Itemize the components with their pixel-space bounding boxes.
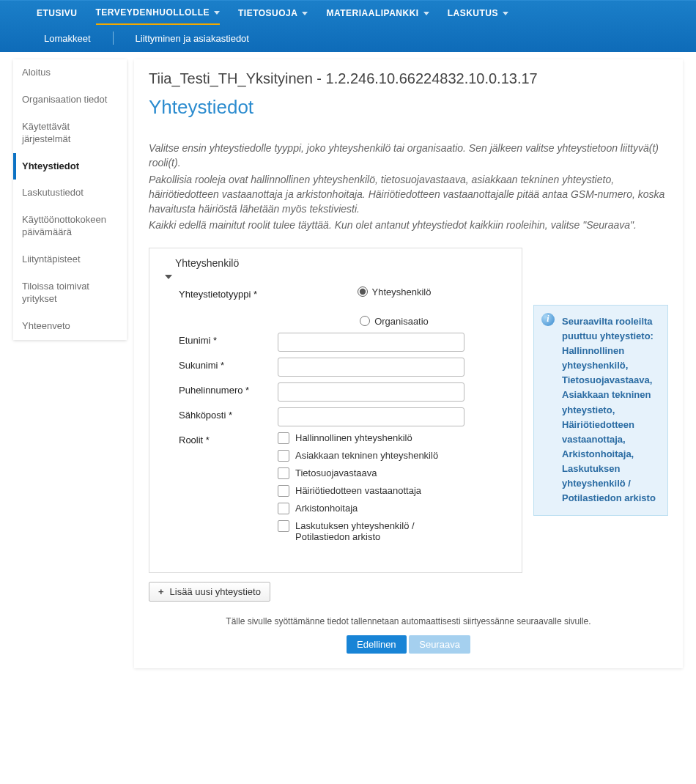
button-row: Edellinen Seuraava: [149, 635, 668, 654]
nav-laskutus[interactable]: LASKUTUS: [448, 2, 508, 24]
nav-terveydenhuollolle-label: TERVEYDENHUOLLOLLE: [96, 7, 210, 18]
role-tietosuoja-label: Tietosuojavastaava: [295, 467, 377, 478]
form-columns: Yhteyshenkilö Yhteystietotyyppi * Yhteys…: [149, 248, 668, 573]
info-text: Seuraavilta rooleilta puuttuu yhteystiet…: [562, 316, 656, 504]
label-type: Yhteystietotyyppi *: [179, 286, 278, 300]
main-content: Tiia_Testi_TH_Yksityinen - 1.2.246.10.66…: [134, 59, 683, 668]
nav-tietosuoja[interactable]: TIETOSUOJA: [238, 2, 308, 24]
phone-input[interactable]: [278, 382, 464, 402]
row-lastname: Sukunimi *: [160, 358, 511, 377]
subnav-lomakkeet[interactable]: Lomakkeet: [44, 33, 91, 44]
lastname-input[interactable]: [278, 358, 464, 377]
checkbox-icon[interactable]: [278, 450, 289, 462]
role-hallinnollinen[interactable]: Hallinnollinen yhteyshenkilö: [278, 432, 464, 444]
add-contact-label: Lisää uusi yhteystieto: [170, 586, 261, 597]
prev-button[interactable]: Edellinen: [347, 635, 407, 654]
sidebar-item-yhteystiedot[interactable]: Yhteystiedot: [13, 153, 127, 180]
email-input[interactable]: [278, 407, 464, 426]
nav-materiaalipankki-label: MATERIAALIPANKKI: [326, 8, 418, 18]
label-firstname: Etunimi *: [179, 333, 278, 346]
sidebar-item-organisaation-tiedot[interactable]: Organisaation tiedot: [13, 86, 127, 114]
card-header: Yhteyshenkilö: [160, 256, 511, 275]
subnav-liittyminen[interactable]: Liittyminen ja asiakastiedot: [136, 33, 249, 44]
checkbox-icon[interactable]: [278, 503, 289, 514]
chevron-down-icon[interactable]: [165, 275, 172, 279]
radio-organisaatio-label: Organisaatio: [374, 316, 429, 327]
breadcrumb: Tiia_Testi_TH_Yksityinen - 1.2.246.10.66…: [149, 70, 668, 87]
intro-p1: Valitse ensin yhteystiedolle tyyppi, jok…: [149, 141, 668, 171]
chevron-down-icon: [423, 12, 429, 15]
sidebar-item-kayttoonottokokeen-paivamaara[interactable]: Käyttöönottokokeen päivämäärä: [13, 207, 127, 246]
firstname-input[interactable]: [278, 333, 464, 352]
plus-icon: +: [158, 586, 164, 597]
type-radio-group: Yhteyshenkilö Organisaatio: [278, 286, 511, 327]
radio-organisaatio[interactable]: Organisaatio: [360, 316, 429, 327]
add-contact-button[interactable]: + Lisää uusi yhteystieto: [149, 582, 270, 602]
sidebar-item-laskutustiedot[interactable]: Laskutustiedot: [13, 180, 127, 207]
chevron-down-icon: [302, 12, 308, 15]
role-laskutus[interactable]: Laskutuksen yhteyshenkilö / Potilastiedo…: [278, 520, 464, 542]
nav-terveydenhuollolle[interactable]: TERVEYDENHUOLLOLLE: [96, 1, 220, 25]
nav-tietosuoja-label: TIETOSUOJA: [238, 8, 297, 18]
radio-yhteyshenkilo-label: Yhteyshenkilö: [372, 286, 432, 297]
contact-card: Yhteyshenkilö Yhteystietotyyppi * Yhteys…: [149, 248, 522, 573]
sidebar-item-liityntapisteet[interactable]: Liityntäpisteet: [13, 246, 127, 273]
role-tekninen-label: Asiakkaan tekninen yhteyshenkilö: [295, 450, 438, 461]
role-hairio[interactable]: Häiriötiedotteen vastaanottaja: [278, 485, 464, 497]
nav-materiaalipankki[interactable]: MATERIAALIPANKKI: [326, 2, 429, 24]
sidebar-item-kaytettavat-jarjestelmat[interactable]: Käytettävät järjestelmät: [13, 114, 127, 153]
next-button[interactable]: Seuraava: [409, 635, 470, 654]
checkbox-icon[interactable]: [278, 467, 289, 479]
checkbox-icon[interactable]: [278, 432, 289, 444]
sidebar: Aloitus Organisaation tiedot Käytettävät…: [13, 59, 127, 340]
checkbox-icon[interactable]: [278, 485, 289, 497]
role-hairio-label: Häiriötiedotteen vastaanottaja: [295, 485, 421, 496]
row-phone: Puhelinnumero *: [160, 382, 511, 402]
role-arkisto[interactable]: Arkistonhoitaja: [278, 503, 464, 514]
radio-yhteyshenkilo-input[interactable]: [358, 286, 368, 297]
intro-text: Valitse ensin yhteystiedolle tyyppi, jok…: [149, 141, 668, 233]
radio-yhteyshenkilo[interactable]: Yhteyshenkilö: [358, 286, 432, 297]
role-laskutus-label: Laskutuksen yhteyshenkilö / Potilastiedo…: [295, 520, 464, 542]
topnav-secondary-row: Lomakkeet Liittyminen ja asiakastiedot: [0, 26, 696, 52]
chevron-down-icon: [503, 12, 508, 15]
role-hallinnollinen-label: Hallinnollinen yhteyshenkilö: [295, 432, 412, 443]
checkbox-icon[interactable]: [278, 520, 289, 532]
label-email: Sähköposti *: [179, 407, 278, 421]
role-arkisto-label: Arkistonhoitaja: [295, 503, 358, 514]
label-roles: Roolit *: [179, 432, 278, 445]
top-navigation: ETUSIVU TERVEYDENHUOLLOLLE TIETOSUOJA MA…: [0, 0, 696, 52]
roles-checkbox-group: Hallinnollinen yhteyshenkilö Asiakkaan t…: [278, 432, 511, 548]
divider: [113, 32, 114, 45]
row-email: Sähköposti *: [160, 407, 511, 426]
nav-etusivu[interactable]: ETUSIVU: [37, 2, 78, 24]
info-box: i Seuraavilta rooleilta puuttuu yhteysti…: [533, 305, 668, 516]
label-phone: Puhelinnumero *: [179, 382, 278, 396]
autosave-note: Tälle sivulle syöttämänne tiedot tallenn…: [149, 616, 668, 626]
radio-organisaatio-input[interactable]: [360, 316, 370, 326]
role-tekninen[interactable]: Asiakkaan tekninen yhteyshenkilö: [278, 450, 464, 462]
nav-laskutus-label: LASKUTUS: [448, 8, 498, 18]
label-lastname: Sukunimi *: [179, 358, 278, 371]
intro-p2: Pakollisia rooleja ovat hallinnollinen y…: [149, 172, 668, 217]
page-title: Yhteystiedot: [149, 96, 668, 119]
row-roles: Roolit * Hallinnollinen yhteyshenkilö As…: [160, 432, 511, 548]
topnav-primary-row: ETUSIVU TERVEYDENHUOLLOLLE TIETOSUOJA MA…: [0, 1, 696, 26]
page-body: Aloitus Organisaation tiedot Käytettävät…: [0, 52, 696, 690]
info-icon: i: [541, 313, 555, 326]
sidebar-item-tiloissa-toimivat-yritykset[interactable]: Tiloissa toimivat yritykset: [13, 273, 127, 313]
row-type: Yhteystietotyyppi * Yhteyshenkilö Organi…: [160, 286, 511, 327]
row-firstname: Etunimi *: [160, 333, 511, 352]
chevron-down-icon: [214, 11, 220, 15]
intro-p3: Kaikki edellä mainitut roolit tulee täyt…: [149, 218, 668, 232]
role-tietosuoja[interactable]: Tietosuojavastaava: [278, 467, 464, 479]
sidebar-item-yhteenveto[interactable]: Yhteenveto: [13, 313, 127, 340]
sidebar-item-aloitus[interactable]: Aloitus: [13, 59, 127, 86]
